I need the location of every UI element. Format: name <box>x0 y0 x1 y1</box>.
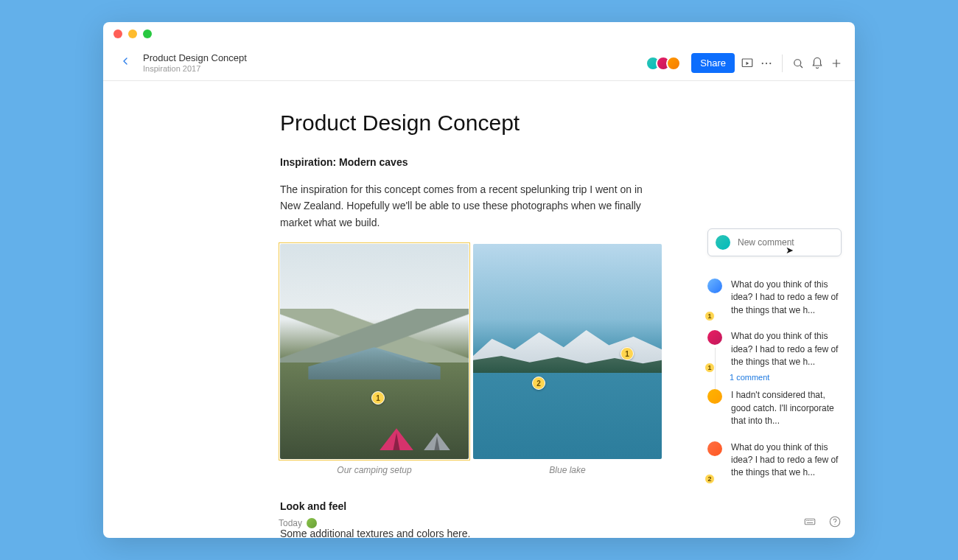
add-button[interactable] <box>830 57 843 70</box>
keyboard-icon <box>803 515 817 528</box>
svg-rect-8 <box>805 519 815 525</box>
comment-thread: 1 What do you think of this idea? I had … <box>707 330 842 427</box>
comment-index-badge: 2 <box>704 474 715 484</box>
paragraph: The inspiration for this concept comes f… <box>280 181 663 231</box>
comment-text: What do you think of this idea? I had to… <box>731 441 842 480</box>
share-button[interactable]: Share <box>691 53 735 73</box>
svg-point-1 <box>762 62 763 63</box>
help-button[interactable] <box>828 515 842 531</box>
thread-line <box>715 348 716 389</box>
today-label: Today <box>279 518 302 528</box>
avatar <box>307 518 317 528</box>
toolbar: Product Design Concept Inspiration 2017 … <box>103 46 855 81</box>
new-comment-box[interactable]: ➤ <box>707 228 842 256</box>
reply-count-link[interactable]: 1 comment <box>730 373 842 382</box>
tent-icon <box>424 433 450 450</box>
comment-pin[interactable]: 1 <box>371 391 385 405</box>
page-title: Product Design Concept <box>280 111 663 136</box>
titlebar <box>103 22 855 46</box>
comment-reply-item[interactable]: I hadn't considered that, good catch. I'… <box>707 389 842 427</box>
toolbar-divider <box>782 55 783 72</box>
section-heading: Inspiration: Modern caves <box>280 156 663 168</box>
present-icon <box>741 57 754 70</box>
window-close-button[interactable] <box>113 29 122 38</box>
avatar <box>707 389 722 404</box>
comment-pin[interactable]: 2 <box>532 377 545 390</box>
comment-item[interactable]: 2 What do you think of this idea? I had … <box>707 441 842 480</box>
svg-point-2 <box>766 62 767 63</box>
comment-text: I hadn't considered that, good catch. I'… <box>731 389 842 427</box>
avatar <box>707 330 722 345</box>
avatar <box>707 441 722 456</box>
content-area: Product Design Concept Inspiration: Mode… <box>103 81 855 538</box>
more-horizontal-icon <box>760 57 773 70</box>
search-icon <box>791 57 805 70</box>
presence-indicator[interactable]: Today <box>279 518 317 528</box>
comment-list: 1 What do you think of this idea? I had … <box>707 279 842 480</box>
avatar <box>716 235 730 250</box>
more-button[interactable] <box>760 57 773 70</box>
comment-pin[interactable]: 1 <box>620 347 634 360</box>
back-button[interactable] <box>115 51 136 75</box>
collaborator-avatars[interactable] <box>650 56 681 71</box>
comments-panel: ➤ 1 What do you think of this idea? I ha… <box>707 221 855 480</box>
image-camping: 1 <box>280 244 469 459</box>
present-button[interactable] <box>741 57 754 70</box>
breadcrumb[interactable]: Product Design Concept Inspiration 2017 <box>143 52 247 74</box>
svg-point-3 <box>769 62 771 63</box>
chevron-left-icon <box>119 55 131 67</box>
avatar[interactable] <box>666 56 681 71</box>
bell-icon <box>811 57 824 70</box>
notification-button[interactable] <box>811 57 824 70</box>
comment-index-badge: 1 <box>704 311 715 321</box>
document-body: Product Design Concept Inspiration: Mode… <box>280 111 663 538</box>
mouse-cursor-icon: ➤ <box>786 245 794 256</box>
image-selected[interactable]: 1 <box>280 244 469 459</box>
image-row: 1 Our camping setup 1 2 Blue lake <box>280 244 663 475</box>
comment-item[interactable]: 1 What do you think of this idea? I had … <box>707 330 842 368</box>
avatar <box>707 279 722 293</box>
footer-bar: Today <box>103 515 855 531</box>
window-zoom-button[interactable] <box>143 29 152 38</box>
tent-icon <box>380 428 413 450</box>
comment-item[interactable]: 1 What do you think of this idea? I had … <box>707 279 842 317</box>
plus-icon <box>830 57 843 70</box>
app-window: Product Design Concept Inspiration 2017 … <box>103 22 855 538</box>
comment-text: What do you think of this idea? I had to… <box>731 279 842 317</box>
image-container[interactable]: 1 2 Blue lake <box>473 244 662 475</box>
section-heading: Look and feel <box>280 500 663 512</box>
window-minimize-button[interactable] <box>128 29 137 38</box>
image-container[interactable]: 1 Our camping setup <box>280 244 469 475</box>
image[interactable]: 1 2 <box>473 244 662 459</box>
image-blue-lake: 1 2 <box>473 244 662 459</box>
svg-point-10 <box>834 524 835 525</box>
comment-text: What do you think of this idea? I had to… <box>731 330 842 368</box>
help-icon <box>828 515 842 528</box>
comment-index-badge: 1 <box>704 363 715 373</box>
search-button[interactable] <box>791 57 805 70</box>
image-caption: Our camping setup <box>280 465 469 475</box>
toolbar-right: Share <box>650 53 843 73</box>
image-caption: Blue lake <box>473 465 662 475</box>
breadcrumb-subtitle: Inspiration 2017 <box>143 64 247 74</box>
breadcrumb-title: Product Design Concept <box>143 52 247 64</box>
keyboard-shortcuts-button[interactable] <box>803 515 817 531</box>
svg-point-4 <box>794 59 801 66</box>
